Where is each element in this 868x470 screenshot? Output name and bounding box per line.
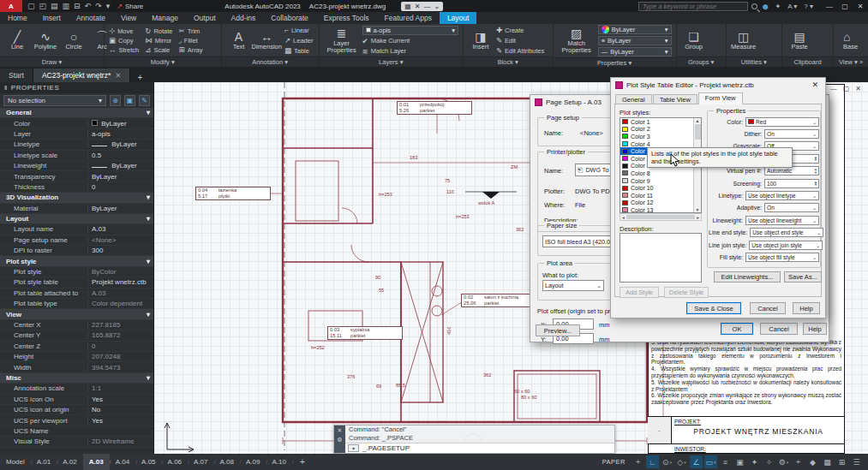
- ok-button[interactable]: OK: [721, 323, 753, 335]
- chevron-down-icon[interactable]: ⌄: [812, 120, 817, 125]
- property-row[interactable]: View ▾: [0, 309, 153, 319]
- plot-style-item[interactable]: Color 10: [620, 184, 693, 192]
- plot-style-item[interactable]: Color 2: [620, 126, 693, 134]
- status-toggle-icon[interactable]: ⊙ ▾: [661, 455, 673, 468]
- toolbar-icon[interactable]: ▢: [27, 2, 35, 10]
- plot-style-item[interactable]: Color 9: [620, 177, 693, 185]
- panel-footer[interactable]: View ▾ »: [834, 57, 868, 67]
- linetype-dropdown[interactable]: — ByLayer ▾: [598, 47, 672, 57]
- ribbon-tool[interactable]: ⌐ Linear: [284, 26, 313, 34]
- chevron-down-icon[interactable]: ⌄: [812, 205, 817, 211]
- status-toggle-icon[interactable]: ∠ ▾: [690, 455, 703, 468]
- paste-button[interactable]: ▤ Paste: [787, 25, 812, 56]
- ribbon-tool[interactable]: ⊞ Array: [179, 45, 203, 54]
- command-window[interactable]: ✕ ⚙ Command: "Cancel"Command: _.PSPACE ▾…: [333, 425, 615, 454]
- close-tab-icon[interactable]: ✕: [115, 71, 121, 80]
- ribbon-tool[interactable]: ↗ Leader: [284, 36, 313, 45]
- property-row[interactable]: Linetype ByLayer ▾: [0, 140, 153, 150]
- property-row[interactable]: Plot table attached to A.03 ▾: [0, 289, 153, 299]
- plot-style-item[interactable]: Color 11: [620, 192, 693, 199]
- property-row[interactable]: Layer a-opis ▾: [0, 129, 153, 140]
- status-toggle-icon[interactable]: ⚙ ▾: [777, 455, 790, 468]
- property-row[interactable]: Plot style ▾: [0, 256, 153, 266]
- layout-tab[interactable]: A.02: [57, 454, 82, 470]
- horizontal-scrollbar[interactable]: ◂▸: [620, 213, 702, 221]
- minimize-document-icon[interactable]: —: [830, 85, 837, 92]
- panel-footer[interactable]: Clipboard: [782, 57, 833, 67]
- property-row[interactable]: 3D Visualization ▾: [0, 193, 153, 203]
- status-toggle-icon[interactable]: ▣ ▾: [733, 455, 746, 468]
- property-row[interactable]: Thickness 0 ▾: [0, 182, 153, 193]
- autodesk-account-icon[interactable]: A ▾: [787, 3, 797, 10]
- layout-tab[interactable]: A.03: [83, 454, 110, 470]
- spinner-icon[interactable]: ▴▾: [815, 181, 817, 187]
- close-window-icon[interactable]: ✕: [853, 3, 868, 10]
- chevron-down-icon[interactable]: ⌄: [817, 230, 821, 235]
- ribbon-tool[interactable]: ↻ Rotate: [145, 27, 172, 35]
- toolbar-icon[interactable]: ⊟: [74, 2, 81, 10]
- spinner-icon[interactable]: ▴▾: [815, 168, 817, 174]
- command-input[interactable]: _.PAGESETUP: [362, 444, 410, 452]
- property-row[interactable]: General ▾: [0, 108, 153, 118]
- ribbon-tool[interactable]: ✔ Make Current: [362, 37, 458, 45]
- chevron-down-icon[interactable]: ⌄: [434, 3, 440, 10]
- ribbon-tool[interactable]: ↔ Dimension: [252, 25, 282, 56]
- ribbon-tab[interactable]: Insert: [35, 12, 69, 24]
- help-button[interactable]: Help: [803, 323, 827, 335]
- layout-tab[interactable]: A.08: [214, 454, 240, 470]
- chevron-down-icon[interactable]: ⌄: [812, 255, 817, 260]
- ribbon-tool[interactable]: A Text: [226, 25, 252, 56]
- ribbon-tool[interactable]: ○ Circle: [61, 25, 87, 56]
- property-row[interactable]: Layout name A.03 ▾: [0, 224, 153, 235]
- section-collapse-icon[interactable]: ▾: [147, 311, 150, 318]
- ribbon-tab[interactable]: Express Tools: [316, 12, 377, 24]
- toolbar-icon[interactable]: ▾: [106, 2, 111, 10]
- property-row[interactable]: Center Y 165.8872 ▾: [0, 330, 153, 341]
- property-row[interactable]: Center X 227.8185 ▾: [0, 320, 153, 330]
- preview-button[interactable]: Preview...: [536, 324, 580, 336]
- property-row[interactable]: Lineweight ByLayer ▾: [0, 161, 153, 171]
- ribbon-tool[interactable]: ↔ Stretch: [109, 45, 139, 54]
- ribbon-tab[interactable]: Layout: [440, 12, 477, 24]
- property-row[interactable]: Plot table type Color dependent ▾: [0, 299, 153, 309]
- property-row[interactable]: Linetype scale 0.5 ▾: [0, 151, 153, 161]
- share-button[interactable]: ↗ Share: [117, 3, 143, 10]
- plot-style-item[interactable]: Color 1: [620, 118, 693, 126]
- ribbon-tab[interactable]: Featured Apps: [377, 12, 440, 24]
- section-collapse-icon[interactable]: ▾: [147, 258, 150, 265]
- toolbar-icon[interactable]: ↶: [85, 2, 92, 10]
- ribbon-tab[interactable]: Add-ins: [224, 12, 264, 24]
- property-row[interactable]: Center Z 0 ▾: [0, 342, 153, 352]
- property-row[interactable]: Width 394.5473 ▾: [0, 362, 153, 372]
- restore-document-icon[interactable]: ▢: [843, 85, 850, 92]
- section-collapse-icon[interactable]: ▾: [147, 215, 150, 223]
- ribbon-tool[interactable]: ✎ Edit: [496, 36, 544, 45]
- command-options-icon[interactable]: ▾: [348, 444, 359, 452]
- ribbon-tool[interactable]: ∿ Polyline: [33, 25, 58, 56]
- panel-footer[interactable]: Block ▾: [464, 57, 553, 67]
- section-collapse-icon[interactable]: ▾: [147, 109, 150, 116]
- field-value[interactable]: Use object end style ⌄ ▴▾: [750, 228, 823, 237]
- what-to-plot-dropdown[interactable]: Layout ⌄: [542, 280, 604, 291]
- grid-icon[interactable]: ▦: [404, 3, 411, 10]
- toolbar-icon[interactable]: ▤: [51, 2, 58, 10]
- ribbon-tab[interactable]: Home: [0, 12, 35, 24]
- close-dialog-icon[interactable]: ✕: [809, 80, 821, 89]
- layout-tab[interactable]: A.09: [240, 454, 266, 470]
- layout-tab[interactable]: A.10: [266, 454, 291, 470]
- ribbon-tool[interactable]: ◞ Fillet: [179, 36, 203, 45]
- field-value[interactable]: On ⌄ ▴▾: [764, 129, 819, 139]
- ribbon-tool[interactable]: ✂ Trim: [179, 27, 203, 35]
- status-toggle-icon[interactable]: ≡ ▾: [719, 455, 732, 468]
- property-row[interactable]: Misc ▾: [0, 373, 153, 384]
- sign-in-icon[interactable]: ☻: [761, 2, 770, 11]
- status-toggle-icon[interactable]: ＋ ▾: [632, 455, 644, 468]
- layout-tab[interactable]: A.07: [188, 454, 213, 470]
- autocad-logo-icon[interactable]: A: [0, 0, 22, 12]
- layer-properties-button[interactable]: ≣ Layer Properties: [324, 25, 360, 56]
- file-tab[interactable]: AC23-projekt wnętrz* ✕: [33, 68, 130, 82]
- ribbon-tab[interactable]: Manage: [144, 12, 186, 24]
- field-value[interactable]: Use object lineweight ⌄ ▴▾: [745, 216, 819, 225]
- section-collapse-icon[interactable]: ▾: [147, 374, 150, 382]
- field-value[interactable]: Use object join style ⌄ ▴▾: [749, 241, 823, 250]
